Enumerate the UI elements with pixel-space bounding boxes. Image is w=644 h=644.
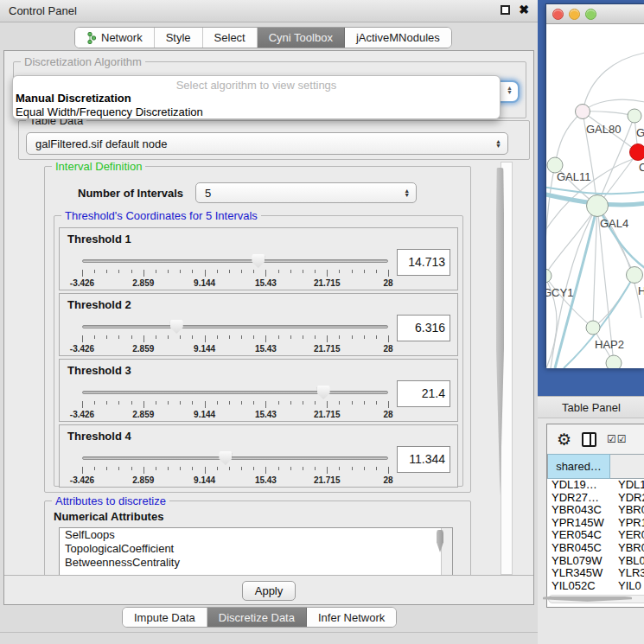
- cell-shared-name[interactable]: YBR043C: [547, 504, 610, 517]
- attributes-list-scrollbar[interactable]: [441, 528, 452, 575]
- threshold-value-field[interactable]: 6.316: [397, 315, 450, 341]
- apply-button[interactable]: Apply: [242, 581, 296, 601]
- network-canvas[interactable]: GAL80GACGAL11GAL4GCY1HHAP2: [546, 24, 644, 368]
- number-of-intervals-combobox[interactable]: 5 ▲▼: [195, 182, 417, 203]
- attribute-list-item[interactable]: TopologicalCoefficient: [60, 542, 452, 556]
- network-edge[interactable]: [583, 112, 634, 116]
- slider-thumb-icon[interactable]: [219, 451, 232, 465]
- cell-shared-name[interactable]: YPR145W: [547, 517, 610, 530]
- number-of-intervals-value: 5: [205, 187, 211, 200]
- cell-name[interactable]: YIL0: [610, 580, 644, 592]
- table-row[interactable]: YLR345WYLR3: [547, 567, 644, 580]
- cell-name[interactable]: YBR0: [610, 504, 644, 517]
- zoom-traffic-icon[interactable]: [585, 9, 596, 20]
- tab-infer-network[interactable]: Infer Network: [307, 608, 396, 627]
- table-horizontal-scrollbar[interactable]: [548, 595, 644, 603]
- tab-network[interactable]: Network: [75, 28, 155, 48]
- column-header-shared-name[interactable]: shared…: [547, 454, 610, 479]
- cell-shared-name[interactable]: YBL079W: [547, 555, 610, 568]
- threshold-slider[interactable]: -3.4262.8599.14415.4321.71528: [82, 318, 388, 354]
- network-node[interactable]: [628, 109, 641, 123]
- slider-track[interactable]: [82, 259, 388, 263]
- slider-thumb-icon[interactable]: [317, 386, 330, 399]
- table-row[interactable]: YBL079WYBL0: [547, 555, 644, 568]
- cell-name[interactable]: YBR0: [610, 542, 644, 555]
- float-window-icon[interactable]: [501, 5, 510, 15]
- numerical-attributes-list[interactable]: SelfLoopsTopologicalCoefficientBetweenne…: [59, 527, 453, 575]
- settings-scrollbar[interactable]: [501, 162, 513, 575]
- cell-name[interactable]: YER0: [610, 529, 644, 542]
- cell-shared-name[interactable]: YER054C: [547, 529, 610, 542]
- cell-name[interactable]: YBL0: [610, 555, 644, 568]
- network-node[interactable]: [627, 267, 643, 284]
- threshold-label: Threshold 2: [67, 298, 131, 311]
- threshold-slider[interactable]: -3.4262.8599.14415.4321.71528: [82, 450, 388, 486]
- tick-label: -3.426: [70, 278, 94, 288]
- tab-impute-data[interactable]: Impute Data: [123, 608, 207, 627]
- slider-track[interactable]: [82, 325, 388, 328]
- table-row[interactable]: YPR145WYPR1: [547, 517, 644, 530]
- table-row[interactable]: YDR27…YDR2: [547, 492, 644, 505]
- threshold-value-field[interactable]: 14.713: [397, 249, 450, 276]
- network-node[interactable]: [576, 105, 590, 119]
- tick-mark: [376, 467, 377, 470]
- scrollbar-thumb[interactable]: [543, 596, 632, 602]
- network-edge[interactable]: [564, 275, 634, 368]
- cell-name[interactable]: YPR1: [610, 517, 644, 530]
- network-node[interactable]: [586, 321, 600, 335]
- table-row[interactable]: YBR043CYBR0: [547, 504, 644, 517]
- threshold-value-field[interactable]: 11.344: [397, 446, 450, 473]
- network-node[interactable]: [587, 195, 609, 217]
- threshold-slider[interactable]: -3.4262.8599.14415.4321.71528: [82, 384, 388, 420]
- attribute-list-item[interactable]: SelfLoops: [60, 528, 452, 542]
- network-node[interactable]: [606, 355, 622, 368]
- tab-select[interactable]: Select: [203, 28, 258, 48]
- network-edge[interactable]: [546, 276, 593, 328]
- tick-mark: [327, 335, 328, 342]
- slider-track[interactable]: [82, 391, 388, 394]
- table-row[interactable]: YBR045CYBR0: [547, 542, 644, 555]
- close-icon[interactable]: ✖: [519, 5, 529, 15]
- network-edge[interactable]: [583, 53, 644, 112]
- cell-name[interactable]: YDL1: [610, 479, 644, 492]
- algorithm-option-manual[interactable]: Manual Discretization: [13, 92, 500, 105]
- select-columns-checkboxes-icon[interactable]: ☑☑: [607, 433, 628, 445]
- control-panel-titlebar: Control Panel ✖: [0, 0, 538, 22]
- table-row[interactable]: YDL19…YDL1: [547, 479, 644, 492]
- slider-track[interactable]: [82, 456, 388, 460]
- columns-icon[interactable]: [582, 432, 596, 447]
- tab-discretize-data[interactable]: Discretize Data: [207, 608, 307, 627]
- network-edge[interactable]: [546, 165, 555, 276]
- cell-shared-name[interactable]: YLR345W: [547, 567, 610, 580]
- table-data-combobox[interactable]: galFiltered.sif default node ▲▼: [26, 132, 508, 155]
- cell-name[interactable]: YLR3: [610, 567, 644, 580]
- threshold-slider[interactable]: -3.4262.8599.14415.4321.71528: [82, 252, 388, 289]
- table-row[interactable]: YER054CYER0: [547, 529, 644, 542]
- network-node[interactable]: [546, 269, 552, 283]
- column-header-name[interactable]: na: [610, 454, 644, 479]
- close-traffic-icon[interactable]: [552, 9, 564, 20]
- network-edge[interactable]: [593, 275, 634, 328]
- tick-mark: [327, 401, 328, 408]
- cell-shared-name[interactable]: YDR27…: [547, 492, 610, 505]
- gear-icon[interactable]: ⚙: [557, 431, 571, 448]
- cell-shared-name[interactable]: YIL052C: [547, 580, 610, 592]
- network-node[interactable]: [630, 144, 644, 161]
- tab-cyni-toolbox[interactable]: Cyni Toolbox: [258, 28, 345, 48]
- cell-shared-name[interactable]: YBR045C: [547, 542, 610, 555]
- attribute-list-item[interactable]: BetweennessCentrality: [60, 556, 452, 570]
- network-edge[interactable]: [555, 112, 583, 165]
- tab-style[interactable]: Style: [155, 28, 203, 48]
- tick-label: 21.715: [314, 344, 341, 354]
- algorithm-option-equal-width[interactable]: Equal Width/Frequency Discretization: [13, 105, 500, 119]
- tab-jactivemnodules[interactable]: jActiveMNodules: [345, 28, 451, 48]
- minimize-traffic-icon[interactable]: [569, 9, 580, 20]
- threshold-value-field[interactable]: 21.4: [397, 380, 450, 407]
- cell-shared-name[interactable]: YDL19…: [547, 479, 610, 492]
- tick-mark: [118, 335, 119, 339]
- cell-name[interactable]: YDR2: [610, 492, 644, 505]
- slider-thumb-icon[interactable]: [170, 320, 183, 334]
- table-row[interactable]: YIL052CYIL0: [547, 580, 644, 592]
- tick-mark: [180, 335, 181, 339]
- slider-thumb-icon[interactable]: [252, 254, 265, 268]
